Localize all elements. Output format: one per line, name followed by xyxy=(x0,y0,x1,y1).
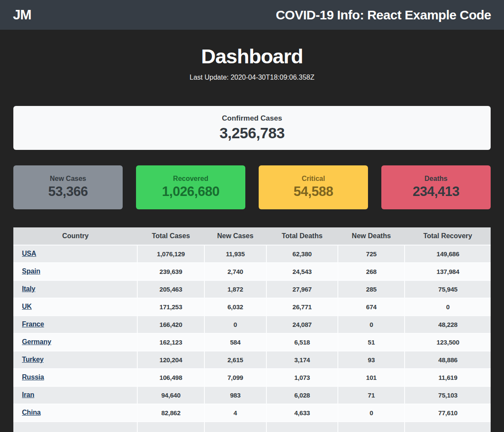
table-cell: 11,619 xyxy=(405,369,491,386)
table-cell: 93 xyxy=(338,351,405,369)
country-cell: Italy xyxy=(13,280,137,298)
recovered-card: Recovered 1,026,680 xyxy=(136,165,245,209)
country-cell: Iran xyxy=(13,386,137,404)
table-cell: 0 xyxy=(338,404,405,422)
table-cell: 6,032 xyxy=(204,298,266,316)
table-cell: 94,640 xyxy=(137,386,204,404)
country-cell: UK xyxy=(13,298,137,316)
country-link[interactable]: UK xyxy=(22,303,32,310)
table-cell: 3,174 xyxy=(266,351,338,369)
table-row: Italy205,4631,87227,96728575,945 xyxy=(13,280,491,298)
table-cell: 11,935 xyxy=(204,245,266,263)
new-cases-value: 53,366 xyxy=(48,184,88,199)
table-cell: 1,872 xyxy=(204,280,266,298)
column-header: Total Deaths xyxy=(266,227,338,245)
last-update-text: Last Update: 2020-04-30T18:09:06.358Z xyxy=(0,74,504,81)
confirmed-cases-value: 3,256,783 xyxy=(220,124,284,142)
country-stats-table: CountryTotal CasesNew CasesTotal DeathsN… xyxy=(13,227,491,432)
table-cell xyxy=(266,422,338,432)
table-cell xyxy=(137,422,204,432)
table-cell xyxy=(405,422,491,432)
dashboard-content: Confirmed Cases 3,256,783 New Cases 53,3… xyxy=(13,106,491,432)
table-cell: 584 xyxy=(204,333,266,351)
country-link[interactable]: Germany xyxy=(22,338,51,345)
recovered-label: Recovered xyxy=(173,175,208,183)
table-cell: 48,886 xyxy=(405,351,491,369)
column-header: New Cases xyxy=(204,227,266,245)
deaths-card: Deaths 234,413 xyxy=(381,165,491,209)
table-cell: 239,639 xyxy=(137,263,204,280)
table-cell: 26,771 xyxy=(266,298,338,316)
table-cell: 0 xyxy=(204,316,266,333)
deaths-value: 234,413 xyxy=(413,184,460,199)
table-cell: 1,076,129 xyxy=(137,245,204,263)
table-cell: 6,028 xyxy=(266,386,338,404)
confirmed-cases-label: Confirmed Cases xyxy=(222,114,282,123)
table-cell: 0 xyxy=(338,316,405,333)
table-cell: 171,253 xyxy=(137,298,204,316)
table-row: UK171,2536,03226,7716740 xyxy=(13,298,491,316)
table-cell: 1,073 xyxy=(266,369,338,386)
country-link[interactable]: Italy xyxy=(22,285,35,292)
table-cell: 2,740 xyxy=(204,263,266,280)
table-cell: 51 xyxy=(338,333,405,351)
table-cell: 285 xyxy=(338,280,405,298)
brand-link[interactable]: JM xyxy=(13,7,31,23)
table-cell: 82,862 xyxy=(137,404,204,422)
navbar: JM COVID-19 Info: React Example Code xyxy=(0,0,504,30)
table-cell: 24,087 xyxy=(266,316,338,333)
table-row: Spain239,6392,74024,543268137,984 xyxy=(13,263,491,280)
table-cell: 62,380 xyxy=(266,245,338,263)
column-header: Total Cases xyxy=(137,227,204,245)
table-row: Iran94,6409836,0287175,103 xyxy=(13,386,491,404)
table-cell xyxy=(338,422,405,432)
table-cell: 24,543 xyxy=(266,263,338,280)
table-cell: 0 xyxy=(405,298,491,316)
deaths-label: Deaths xyxy=(424,175,447,183)
country-link[interactable]: Iran xyxy=(22,391,34,398)
column-header: Total Recovery xyxy=(405,227,491,245)
app-title: COVID-19 Info: React Example Code xyxy=(276,8,491,22)
country-cell: China xyxy=(13,404,137,422)
country-cell: Russia xyxy=(13,369,137,386)
table-cell: 106,498 xyxy=(137,369,204,386)
table-cell: 48,228 xyxy=(405,316,491,333)
critical-value: 54,588 xyxy=(294,184,333,199)
table-cell: 149,686 xyxy=(405,245,491,263)
page-title: Dashboard xyxy=(0,45,504,68)
country-link[interactable]: China xyxy=(22,409,40,416)
country-link[interactable]: Spain xyxy=(22,267,40,275)
critical-card: Critical 54,588 xyxy=(259,165,368,209)
country-link[interactable]: Turkey xyxy=(22,356,43,363)
table-cell: 137,984 xyxy=(405,263,491,280)
table-row: Germany162,1235846,51851123,500 xyxy=(13,333,491,351)
stat-card-row: New Cases 53,366 Recovered 1,026,680 Cri… xyxy=(13,165,491,209)
table-cell: 983 xyxy=(204,386,266,404)
country-cell: Turkey xyxy=(13,351,137,369)
confirmed-cases-card: Confirmed Cases 3,256,783 xyxy=(13,106,491,150)
country-cell: Spain xyxy=(13,263,137,280)
table-cell: 674 xyxy=(338,298,405,316)
table-row-partial xyxy=(13,422,491,432)
country-link[interactable]: Russia xyxy=(22,373,44,381)
table-cell: 162,123 xyxy=(137,333,204,351)
table-cell: 101 xyxy=(338,369,405,386)
new-cases-card: New Cases 53,366 xyxy=(13,165,123,209)
table-cell: 4 xyxy=(204,404,266,422)
country-cell: France xyxy=(13,316,137,333)
country-link[interactable]: France xyxy=(22,320,44,328)
table-row: Russia106,4987,0991,07310111,619 xyxy=(13,369,491,386)
country-link[interactable]: USA xyxy=(22,250,36,257)
column-header: New Deaths xyxy=(338,227,405,245)
table-cell: 2,615 xyxy=(204,351,266,369)
table-cell: 7,099 xyxy=(204,369,266,386)
table-cell: 725 xyxy=(338,245,405,263)
table-cell: 71 xyxy=(338,386,405,404)
table-cell: 75,945 xyxy=(405,280,491,298)
table-cell: 4,633 xyxy=(266,404,338,422)
table-cell: 75,103 xyxy=(405,386,491,404)
table-cell: 205,463 xyxy=(137,280,204,298)
table-row: France166,420024,087048,228 xyxy=(13,316,491,333)
table-cell: 120,204 xyxy=(137,351,204,369)
table-header-row: CountryTotal CasesNew CasesTotal DeathsN… xyxy=(13,227,491,245)
